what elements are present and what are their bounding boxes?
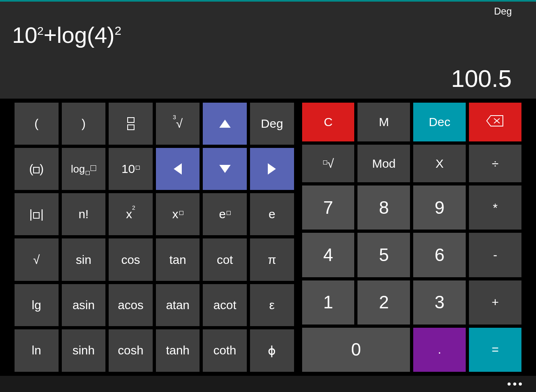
ten-power-icon: 10 <box>122 162 140 176</box>
decimal-point-button[interactable]: . <box>413 328 466 372</box>
clear-button[interactable]: C <box>302 103 355 141</box>
coth-button[interactable]: coth <box>203 329 247 372</box>
sin-button[interactable]: sin <box>62 238 106 280</box>
minus-button[interactable]: - <box>469 233 521 277</box>
cube-root-button[interactable]: 3√ <box>156 103 200 145</box>
tanh-button[interactable]: tanh <box>156 329 200 372</box>
more-icon[interactable]: ••• <box>507 377 524 390</box>
ln-button[interactable]: ln <box>15 329 59 372</box>
calculator-app: Deg 102+log(4)2 100.5 ()3√Deg()log10||n!… <box>0 0 536 392</box>
atan-button[interactable]: atan <box>156 284 200 326</box>
arrow-right-icon <box>268 163 276 175</box>
app-bar: ••• <box>0 376 536 392</box>
angle-mode-label: Deg <box>494 6 512 17</box>
display-area: Deg 102+log(4)2 100.5 <box>0 2 536 99</box>
ten-power-button[interactable]: 10 <box>109 148 153 190</box>
keypad: ()3√Deg()log10||n!x2xee√sincostancotπlga… <box>0 99 536 376</box>
close-paren-button[interactable]: ) <box>62 103 106 145</box>
cos-button[interactable]: cos <box>109 238 153 280</box>
digit-6-button[interactable]: 6 <box>413 233 466 277</box>
digit-4-button[interactable]: 4 <box>302 233 355 277</box>
e-power-icon: e <box>219 207 231 221</box>
arrow-down-icon <box>219 165 231 173</box>
abs-icon: || <box>29 207 44 221</box>
x-squared-icon: x2 <box>126 207 135 221</box>
multiply-button[interactable]: * <box>469 185 521 230</box>
backspace-button[interactable] <box>469 103 521 141</box>
log-base-button[interactable]: log <box>62 148 106 190</box>
square-button[interactable]: x2 <box>109 193 153 235</box>
cot-button[interactable]: cot <box>203 238 247 280</box>
cosh-button[interactable]: cosh <box>109 329 153 372</box>
dec-mode-button[interactable]: Dec <box>413 103 466 141</box>
arrow-up-button[interactable] <box>203 103 247 145</box>
log-base-icon: log <box>71 163 97 175</box>
arrow-left-button[interactable] <box>156 148 200 190</box>
pi-button[interactable]: π <box>250 238 294 280</box>
lg-button[interactable]: lg <box>15 284 59 326</box>
nth-root-button[interactable]: √ <box>302 145 355 182</box>
mod-button[interactable]: Mod <box>357 145 410 182</box>
function-keypad: ()3√Deg()log10||n!x2xee√sincostancotπlga… <box>15 103 294 372</box>
digit-1-button[interactable]: 1 <box>302 280 355 325</box>
sinh-button[interactable]: sinh <box>62 329 106 372</box>
epsilon-button[interactable]: ε <box>250 284 294 326</box>
expression-text: 102+log(4)2 <box>12 22 524 48</box>
fraction-button[interactable] <box>109 103 153 145</box>
divide-button[interactable]: ÷ <box>469 145 521 182</box>
arrow-right-button[interactable] <box>250 148 294 190</box>
backspace-icon <box>486 115 504 130</box>
arrow-up-icon <box>219 120 231 128</box>
open-paren-button[interactable]: ( <box>15 103 59 145</box>
digit-9-button[interactable]: 9 <box>413 185 466 230</box>
equals-button[interactable]: = <box>469 328 521 372</box>
abs-button[interactable]: || <box>15 193 59 235</box>
x-power-button[interactable]: x <box>156 193 200 235</box>
result-text: 100.5 <box>451 65 512 93</box>
acot-button[interactable]: acot <box>203 284 247 326</box>
digit-0-button[interactable]: 0 <box>302 328 410 372</box>
e-const-button[interactable]: e <box>250 193 294 235</box>
phi-button[interactable]: ϕ <box>250 329 294 372</box>
factorial-button[interactable]: n! <box>62 193 106 235</box>
x-power-icon: x <box>172 207 183 221</box>
acos-button[interactable]: acos <box>109 284 153 326</box>
digit-7-button[interactable]: 7 <box>302 185 355 230</box>
sqrt-button[interactable]: √ <box>15 238 59 280</box>
nth-root-icon: √ <box>322 157 334 171</box>
fraction-icon <box>127 117 135 130</box>
memory-button[interactable]: M <box>357 103 410 141</box>
digit-2-button[interactable]: 2 <box>357 280 410 325</box>
paren-placeholder-icon: () <box>29 162 44 176</box>
deg-toggle-button[interactable]: Deg <box>250 103 294 145</box>
digit-5-button[interactable]: 5 <box>357 233 410 277</box>
parens-placeholder-button[interactable]: () <box>15 148 59 190</box>
arrow-left-icon <box>174 163 182 175</box>
plus-button[interactable]: + <box>469 280 521 325</box>
e-power-button[interactable]: e <box>203 193 247 235</box>
tan-button[interactable]: tan <box>156 238 200 280</box>
digit-8-button[interactable]: 8 <box>357 185 410 230</box>
numeric-keypad: CMDec√ModX÷789*456-123+0.= <box>302 103 521 372</box>
x-var-button[interactable]: X <box>413 145 466 182</box>
asin-button[interactable]: asin <box>62 284 106 326</box>
cube-root-icon: 3√ <box>173 117 183 131</box>
digit-3-button[interactable]: 3 <box>413 280 466 325</box>
arrow-down-button[interactable] <box>203 148 247 190</box>
